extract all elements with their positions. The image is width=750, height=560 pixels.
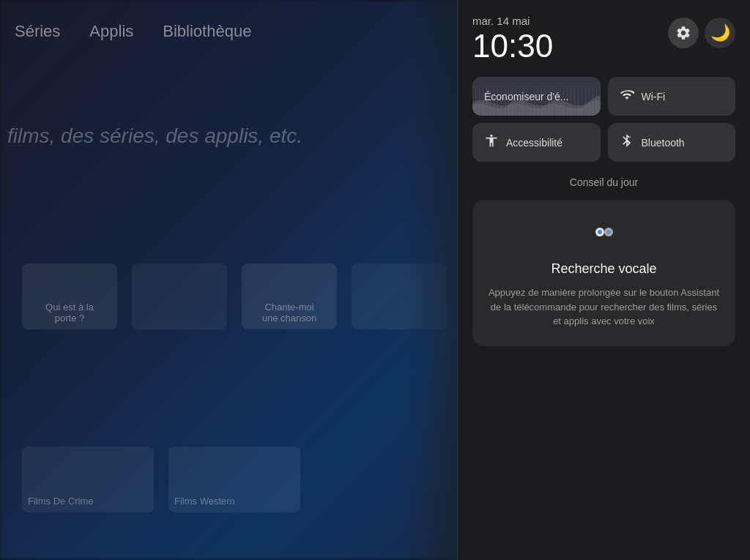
bg-nav-bibliotheque: Bibliothèque: [163, 22, 251, 41]
bg-nav-series: Séries: [15, 22, 60, 41]
wifi-label: Wi-Fi: [642, 91, 666, 102]
bg-bottom-card-1: Films De Crime: [22, 447, 154, 512]
svg-point-3: [606, 230, 611, 234]
conseil-card-title: Recherche vocale: [551, 261, 656, 277]
panel-icon-group: 🌙: [668, 18, 735, 48]
bg-card-3: Chante-moiune chanson: [242, 264, 337, 329]
economiseur-tile[interactable]: Économiseur d'é...: [472, 77, 601, 116]
wifi-icon: [620, 87, 634, 105]
bg-navigation: Séries Applis Bibliothèque: [0, 22, 311, 41]
panel-time: 10:30: [472, 30, 553, 62]
bg-bottom-card-2-label: Films Western: [174, 496, 235, 507]
quick-settings-grid: Économiseur d'é... Wi-Fi: [472, 77, 735, 162]
wifi-tile[interactable]: Wi-Fi: [608, 77, 736, 116]
conseil-section: Conseil du jour Recherche vocale Appuyez…: [472, 176, 735, 560]
bluetooth-label: Bluetooth: [642, 137, 685, 149]
avatar-icon: 🌙: [710, 23, 730, 42]
bg-card-3-label: Chante-moiune chanson: [262, 302, 316, 324]
bg-bottom-card-1-label: Films De Crime: [28, 496, 94, 507]
wavy-decoration: [472, 90, 601, 116]
bg-bottom-card-2: Films Western: [168, 447, 300, 512]
datetime-section: mar. 14 mai 10:30: [472, 15, 553, 62]
economiseur-label: Économiseur d'é...: [484, 91, 569, 102]
bluetooth-tile[interactable]: Bluetooth: [608, 123, 736, 162]
conseil-card: Recherche vocale Appuyez de manière prol…: [472, 200, 735, 346]
conseil-card-text: Appuyez de manière prolongée sur le bout…: [487, 285, 721, 329]
panel-date: mar. 14 mai: [472, 15, 553, 27]
bg-tagline: films, des séries, des applis, etc.: [7, 124, 302, 148]
bg-bottom-cards: Films De Crime Films Western: [22, 447, 300, 512]
bg-nav-applis: Applis: [89, 22, 133, 41]
user-avatar-button[interactable]: 🌙: [705, 18, 735, 48]
accessibilite-tile[interactable]: Accessibilité: [472, 123, 601, 162]
conseil-vocal-icon: [590, 217, 619, 253]
gear-icon: [675, 25, 691, 41]
bg-cards: Qui est à laporte ? Chante-moiune chanso…: [22, 264, 447, 329]
overlay-panel: mar. 14 mai 10:30 🌙 Économiseur d'é...: [457, 0, 750, 560]
bg-card-1: Qui est à laporte ?: [22, 264, 117, 329]
bg-card-1-label: Qui est à laporte ?: [45, 302, 94, 324]
settings-button[interactable]: [668, 18, 699, 48]
conseil-title: Conseil du jour: [472, 176, 735, 188]
bg-card-2: [132, 264, 227, 329]
accessibility-icon: [484, 133, 499, 152]
panel-header: mar. 14 mai 10:30 🌙: [472, 15, 735, 62]
bluetooth-icon: [620, 133, 634, 152]
svg-point-2: [598, 230, 602, 234]
accessibilite-label: Accessibilité: [506, 137, 562, 149]
bg-card-4: [352, 264, 447, 329]
